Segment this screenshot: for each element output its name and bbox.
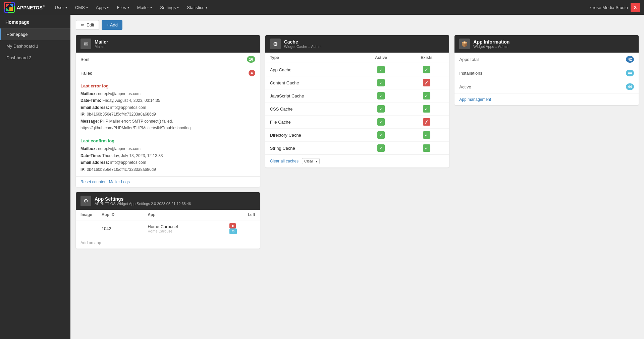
app-settings-button[interactable]: ⚙ <box>229 228 237 234</box>
cache-exists: ✓ <box>404 103 449 116</box>
nav-cms[interactable]: CMS ▾ <box>72 3 91 12</box>
info-count: 44 <box>626 83 634 90</box>
confirm-mailbox: noreply@appnetos.com <box>98 146 141 151</box>
app-info-icon: 📦 <box>459 39 470 49</box>
cache-widget: ⚙ Cache Widget Cache :: Admin Type Activ… <box>265 35 449 167</box>
confirm-email: info@appnetos.com <box>110 160 146 165</box>
cache-exists: ✓ <box>404 129 449 142</box>
sidebar-item-my-dashboard-1[interactable]: My Dashboard 1 <box>0 40 70 52</box>
close-button[interactable]: X <box>631 3 640 12</box>
nav-settings[interactable]: Settings ▾ <box>157 3 182 12</box>
nav-mailer[interactable]: Mailer ▾ <box>134 3 155 12</box>
mailer-sent-row: Sent 16 <box>76 53 260 66</box>
info-count: 42 <box>626 56 634 63</box>
cache-active: ✓ <box>358 89 404 103</box>
error-mailbox-label: Mailbox: <box>80 91 97 96</box>
cache-active: ✓ <box>358 63 404 76</box>
toolbar: ✏ Edit + Add <box>76 20 639 30</box>
mailer-logs-button[interactable]: Mailer Logs <box>109 180 130 184</box>
app-management-link[interactable]: App management <box>454 94 639 105</box>
error-email: info@appnetos.com <box>110 105 146 110</box>
cache-subtitle: Widget Cache :: Admin <box>284 45 322 49</box>
cache-exists: ✓ <box>404 142 449 155</box>
clear-dropdown-caret: ▾ <box>316 159 317 163</box>
app-settings-widget: ⚙ App Settings APPNET OS Widget App Sett… <box>76 192 260 249</box>
navbar-user: xtrose Media Studio <box>589 5 628 10</box>
cache-active: ✓ <box>358 142 404 155</box>
mailer-sent-label: Sent <box>80 57 90 62</box>
svg-marker-4 <box>9 7 13 11</box>
app-info-row: Installations 44 <box>454 66 639 80</box>
cache-exists: ✗ <box>404 76 449 89</box>
content-grid: ✉ Mailer Mailer Sent 16 Failed 4 <box>76 35 639 254</box>
cache-exists: ✗ <box>404 116 449 129</box>
app-image-cell <box>76 220 97 237</box>
edit-icon: ✏ <box>81 22 85 27</box>
app-row: 1042 Home Carousel Home Carousel ■ ⚙ <box>76 220 260 237</box>
mailer-failed-row: Failed 4 <box>76 66 260 80</box>
brand-name: APPNETOS® <box>17 5 45 10</box>
reset-counter-button[interactable]: Reset counter <box>80 180 106 184</box>
info-count: 44 <box>626 70 634 76</box>
confirm-ip-label: IP: <box>80 167 86 172</box>
mailer-failed-badge: 4 <box>249 70 255 76</box>
cache-type: Directory Cache <box>265 129 358 142</box>
add-app-label[interactable]: Add an app <box>76 237 260 249</box>
cache-active: ✓ <box>358 116 404 129</box>
navbar: APPNETOS® User ▾ CMS ▾ Apps ▾ Files ▾ Ma… <box>0 0 644 15</box>
add-button[interactable]: + Add <box>102 20 122 30</box>
info-label: Installations <box>459 71 482 76</box>
cache-type: App Cache <box>265 63 358 76</box>
nav-statistics[interactable]: Statistics ▾ <box>183 3 211 12</box>
app-delete-button[interactable]: ■ <box>229 223 236 228</box>
nav-files[interactable]: Files ▾ <box>113 3 132 12</box>
cache-type: Content Cache <box>265 76 358 89</box>
nav-apps[interactable]: Apps ▾ <box>93 3 112 12</box>
cache-title: Cache <box>284 39 322 45</box>
cache-icon: ⚙ <box>270 39 281 49</box>
cache-row: Content Cache ✓ ✗ <box>265 76 449 89</box>
app-settings-table: Image App ID App Left 1042 H <box>76 210 260 237</box>
cache-table: Type Active Exists App Cache ✓ ✓ Conte <box>265 53 449 154</box>
sidebar-item-my-dashboard-2[interactable]: Dashboard 2 <box>0 52 70 64</box>
cache-exists: ✓ <box>404 89 449 103</box>
col-app-id: App ID <box>97 210 143 220</box>
clear-button[interactable]: Clear ▾ <box>302 158 320 164</box>
mailer-title: Mailer <box>95 39 108 45</box>
cache-type: File Cache <box>265 116 358 129</box>
right-column: 📦 App Information Widget Apps :: Admin A… <box>454 35 639 254</box>
cache-type: CSS Cache <box>265 103 358 116</box>
mailer-widget: ✉ Mailer Mailer Sent 16 Failed 4 <box>76 35 260 187</box>
middle-column: ⚙ Cache Widget Cache :: Admin Type Activ… <box>265 35 449 254</box>
app-settings-body: Image App ID App Left 1042 H <box>76 210 260 249</box>
app-info-subtitle: Widget Apps :: Admin <box>473 45 509 49</box>
cache-row: JavaScript Cache ✓ ✓ <box>265 89 449 103</box>
last-error-log: Last error log Mailbox: noreply@appnetos… <box>76 80 260 135</box>
app-info-row: Active 44 <box>454 80 639 94</box>
mailer-header: ✉ Mailer Mailer <box>76 35 260 53</box>
clear-all-caches-button[interactable]: Clear all caches <box>270 159 299 163</box>
nav-user[interactable]: User ▾ <box>51 3 70 12</box>
mailer-subtitle: Mailer <box>95 45 108 49</box>
app-actions-cell: ■ ⚙ <box>225 220 260 237</box>
cache-active: ✓ <box>358 76 404 89</box>
error-email-label: Email address: <box>80 105 109 110</box>
mailer-sent-badge: 16 <box>247 56 255 63</box>
error-log-title: Last error log <box>80 83 255 88</box>
app-name-cell: Home Carousel Home Carousel <box>143 220 225 237</box>
app-info-body: Apps total 42 Installations 44 Active 44 <box>454 53 639 94</box>
app-info-title: App Information <box>473 39 509 45</box>
main-content: ✏ Edit + Add ✉ Mailer Mailer Se <box>70 15 644 339</box>
cache-row: CSS Cache ✓ ✓ <box>265 103 449 116</box>
edit-button[interactable]: ✏ Edit <box>76 20 99 30</box>
cache-row: App Cache ✓ ✓ <box>265 63 449 76</box>
sidebar-item-homepage[interactable]: Homepage <box>0 28 70 40</box>
app-info-row: Apps total 42 <box>454 53 639 66</box>
cache-footer: Clear all caches Clear ▾ <box>265 154 449 167</box>
info-label: Active <box>459 84 471 89</box>
confirm-datetime-label: Date-Time: <box>80 153 101 158</box>
left-column: ✉ Mailer Mailer Sent 16 Failed 4 <box>76 35 260 254</box>
sidebar: Homepage Homepage My Dashboard 1 Dashboa… <box>0 15 70 339</box>
cache-type: JavaScript Cache <box>265 89 358 103</box>
mailer-failed-label: Failed <box>80 71 92 76</box>
